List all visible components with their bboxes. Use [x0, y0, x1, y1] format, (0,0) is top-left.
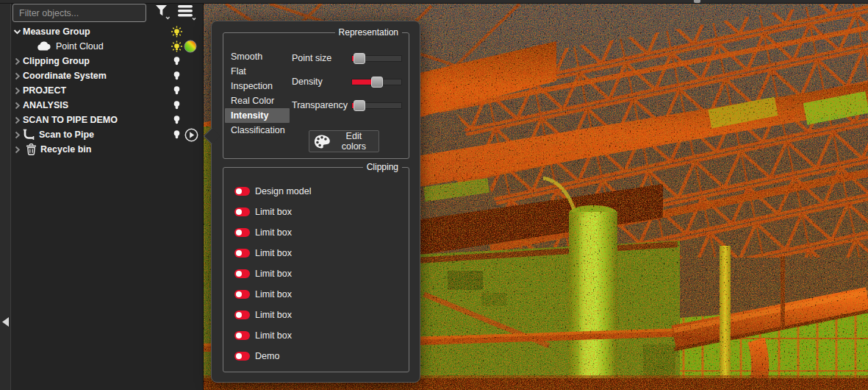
edit-colors-button[interactable]: Edit colors	[309, 130, 379, 152]
clipping-row: Demo	[223, 349, 409, 364]
toggle-knob	[236, 230, 242, 235]
tree-item-analysis[interactable]: ANALYSIS	[11, 98, 204, 113]
toggle-knob	[236, 209, 242, 215]
tree-item-coordinate-system[interactable]: Coordinate System	[11, 68, 204, 83]
tree-item-measure-group[interactable]: Measure Group	[11, 24, 204, 39]
toggle-knob	[236, 312, 242, 318]
clipping-item-label: Design model	[255, 184, 311, 199]
toolbar-icon-fragment	[694, 0, 700, 3]
chevron-right-icon[interactable]	[13, 131, 21, 139]
visibility-bulb-icon[interactable]	[171, 85, 183, 97]
object-tree-sidebar: Measure Group Point Cloud	[11, 0, 204, 390]
app-window: Measure Group Point Cloud	[0, 0, 868, 390]
clipping-toggle[interactable]	[234, 311, 250, 319]
visibility-bulb-icon[interactable]	[171, 55, 183, 68]
mode-inspection[interactable]: Inspection	[225, 79, 290, 93]
visibility-bulb-icon[interactable]	[171, 70, 183, 82]
transparency-row: Transparency	[292, 98, 408, 113]
tree-item-scan-to-pipe-demo[interactable]: SCAN TO PIPE DEMO	[11, 113, 204, 127]
clipping-toggle[interactable]	[234, 187, 250, 196]
clipping-item-label: Limit box	[255, 308, 292, 322]
toggle-knob	[236, 291, 242, 297]
tree-item-label: SCAN TO PIPE DEMO	[23, 113, 118, 127]
representation-group: Representation Smooth Flat Inspection Re…	[223, 32, 409, 159]
density-row: Density	[292, 74, 408, 89]
clipping-row: Design model	[223, 184, 409, 199]
clipping-toggle[interactable]	[234, 331, 250, 340]
clipping-item-label: Limit box	[255, 266, 292, 281]
toggle-knob	[236, 271, 242, 277]
tree-item-label: Measure Group	[23, 24, 90, 39]
sidebar-collapse-rail[interactable]	[0, 0, 11, 390]
tree-item-label: Point Cloud	[56, 39, 104, 54]
visibility-bulb-icon[interactable]	[171, 114, 183, 127]
clipping-row: Limit box	[223, 328, 409, 343]
clipping-item-label: Limit box	[255, 328, 292, 343]
visibility-bulb-on-icon[interactable]	[171, 40, 183, 53]
chevron-down-icon[interactable]	[13, 28, 21, 36]
tree-item-clipping-group[interactable]: Clipping Group	[11, 54, 204, 68]
slider-thumb[interactable]	[371, 77, 383, 88]
toggle-knob	[236, 353, 242, 359]
density-slider[interactable]	[351, 79, 402, 85]
tree-item-label: Scan to Pipe	[39, 127, 94, 142]
transparency-label: Transparency	[292, 98, 348, 113]
clipping-item-label: Limit box	[255, 246, 292, 260]
mode-smooth[interactable]: Smooth	[225, 49, 290, 64]
transparency-slider[interactable]	[351, 102, 402, 109]
tree-item-label: PROJECT	[23, 83, 66, 98]
clipping-toggle[interactable]	[234, 249, 250, 258]
tree-item-label: Coordinate System	[23, 68, 107, 83]
palette-icon	[314, 134, 331, 149]
clipping-item-label: Demo	[255, 349, 279, 364]
tree-item-label: ANALYSIS	[23, 98, 68, 113]
toggle-knob	[236, 333, 242, 338]
tree-item-scan-to-pipe[interactable]: Scan to Pipe	[11, 127, 204, 142]
tree-item-label: Recycle bin	[40, 142, 91, 157]
chevron-right-icon[interactable]	[13, 72, 21, 80]
chevron-right-icon[interactable]	[13, 116, 21, 124]
run-play-icon[interactable]	[184, 128, 198, 142]
clipping-toggle[interactable]	[234, 269, 250, 278]
clipping-row: Limit box	[223, 225, 409, 240]
clipping-toggle[interactable]	[234, 290, 250, 299]
slider-thumb[interactable]	[354, 100, 365, 111]
intensity-colormap-ball[interactable]	[184, 40, 197, 53]
chevron-right-icon[interactable]	[13, 146, 21, 154]
edit-colors-label: Edit colors	[334, 131, 374, 152]
object-tree: Measure Group Point Cloud	[11, 0, 204, 390]
clipping-toggle[interactable]	[234, 352, 250, 361]
chevron-right-icon[interactable]	[13, 102, 21, 110]
representation-mode-list: Smooth Flat Inspection Real Color Intens…	[225, 49, 290, 138]
clipping-row: Limit box	[223, 246, 409, 260]
visibility-bulb-icon[interactable]	[171, 129, 183, 141]
clipping-item-label: Limit box	[255, 287, 292, 302]
chevron-right-icon[interactable]	[13, 87, 21, 95]
toggle-knob	[236, 188, 242, 194]
clipping-row: Limit box	[223, 287, 409, 302]
clipping-toggle[interactable]	[234, 208, 250, 216]
tree-item-point-cloud[interactable]: Point Cloud	[11, 39, 204, 54]
trash-icon	[26, 143, 37, 155]
tree-item-project[interactable]: PROJECT	[11, 83, 204, 98]
clipping-group-title: Clipping	[363, 162, 402, 173]
chevron-right-icon[interactable]	[13, 57, 21, 65]
properties-panel: Representation Smooth Flat Inspection Re…	[211, 21, 420, 383]
visibility-bulb-on-icon[interactable]	[171, 26, 183, 38]
clipping-row: Limit box	[223, 266, 409, 281]
mode-classification[interactable]: Classification	[225, 123, 290, 138]
collapse-sidebar-icon[interactable]	[2, 317, 9, 327]
tree-item-recycle-bin[interactable]: Recycle bin	[11, 142, 204, 157]
density-label: Density	[292, 74, 323, 89]
slider-thumb[interactable]	[354, 53, 365, 64]
clipping-row: Limit box	[223, 205, 409, 219]
mode-intensity[interactable]: Intensity	[225, 108, 290, 123]
clipping-group: Clipping Design model Limit box Limit bo…	[223, 167, 409, 372]
point-size-slider[interactable]	[351, 55, 402, 62]
mode-real-color[interactable]: Real Color	[225, 93, 290, 108]
mode-flat[interactable]: Flat	[225, 64, 290, 79]
visibility-bulb-icon[interactable]	[171, 99, 183, 112]
clipping-toggle[interactable]	[234, 228, 250, 237]
point-cloud-icon	[37, 40, 51, 52]
clipping-row: Limit box	[223, 308, 409, 322]
